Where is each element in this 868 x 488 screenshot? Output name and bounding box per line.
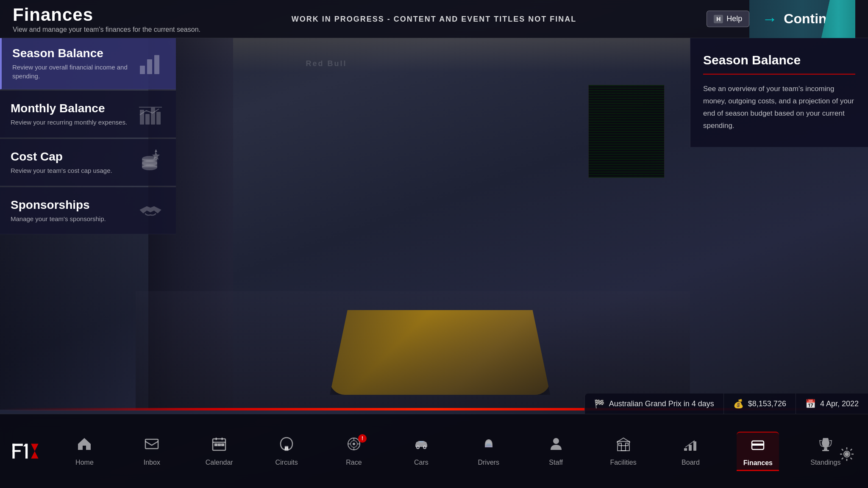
- floor-reflection: [136, 291, 690, 410]
- svg-rect-5: [151, 108, 155, 125]
- svg-rect-6: [156, 112, 161, 125]
- nav-item-home[interactable]: Home: [63, 432, 106, 471]
- svg-rect-2: [154, 55, 159, 74]
- staff-label: Staff: [549, 459, 563, 466]
- facilities-icon: [616, 436, 631, 455]
- home-label: Home: [75, 459, 94, 466]
- sidebar: Season Balance Review your overall finan…: [0, 38, 176, 234]
- svg-rect-52: [626, 443, 628, 446]
- svg-point-44: [417, 446, 419, 448]
- nav-item-staff[interactable]: Staff: [535, 432, 577, 471]
- home-icon: [77, 436, 92, 455]
- circuits-label: Circuits: [275, 459, 298, 466]
- circuits-icon: [279, 436, 294, 455]
- nav-item-race[interactable]: ! Race: [333, 432, 375, 471]
- svg-rect-19: [12, 450, 20, 452]
- svg-rect-50: [621, 446, 626, 451]
- bar-chart-alt-icon: [136, 99, 165, 129]
- sidebar-item-season-balance[interactable]: Season Balance Review your overall finan…: [0, 38, 176, 89]
- cars-label: Cars: [414, 459, 428, 466]
- facilities-label: Facilities: [610, 459, 636, 466]
- season-balance-content: Season Balance Review your overall finan…: [12, 47, 136, 80]
- board-label: Board: [682, 459, 700, 466]
- info-panel-text: See an overview of your team's incoming …: [703, 83, 855, 132]
- settings-button[interactable]: [836, 444, 857, 465]
- inbox-label: Inbox: [144, 459, 160, 466]
- bar-chart-icon: [136, 49, 165, 78]
- date-text: 4 Apr, 2022: [820, 399, 859, 408]
- handshake-icon: [136, 196, 165, 225]
- help-button[interactable]: H Help: [707, 11, 749, 27]
- season-balance-desc: Review your overall financial income and…: [12, 63, 136, 80]
- nav-item-finances[interactable]: Finances: [737, 432, 779, 471]
- cost-cap-title: Cost Cap: [11, 150, 136, 164]
- svg-point-59: [756, 446, 758, 448]
- sponsorships-desc: Manage your team's sponsorship.: [11, 214, 136, 223]
- nav-item-circuits[interactable]: Circuits: [265, 432, 308, 471]
- info-panel: Season Balance See an overview of your t…: [690, 38, 868, 147]
- season-balance-title: Season Balance: [12, 47, 136, 60]
- svg-rect-47: [487, 444, 491, 446]
- sidebar-item-sponsorships[interactable]: Sponsorships Manage your team's sponsors…: [0, 187, 176, 234]
- svg-rect-51: [619, 443, 621, 446]
- svg-point-48: [553, 438, 559, 444]
- continue-arrow-icon: →: [762, 10, 777, 28]
- svg-rect-61: [822, 450, 829, 451]
- finances-label: Finances: [743, 459, 773, 467]
- staff-icon: [548, 436, 564, 455]
- race-label: Race: [346, 459, 362, 466]
- svg-rect-0: [140, 66, 145, 74]
- f1-logo: [8, 442, 42, 460]
- finances-icon: [750, 437, 765, 456]
- sidebar-item-monthly-balance[interactable]: Monthly Balance Review your recurring mo…: [0, 91, 176, 138]
- monthly-balance-desc: Review your recurring monthly expenses.: [11, 118, 136, 127]
- nav-item-drivers[interactable]: Drivers: [467, 432, 510, 471]
- svg-point-45: [424, 446, 426, 448]
- nav-item-inbox[interactable]: Inbox: [131, 432, 173, 471]
- svg-rect-4: [145, 114, 150, 125]
- svg-rect-29: [218, 444, 220, 446]
- sponsorships-title: Sponsorships: [11, 198, 136, 212]
- svg-rect-55: [693, 441, 696, 451]
- monthly-balance-title: Monthly Balance: [11, 102, 136, 115]
- svg-point-58: [754, 446, 755, 448]
- wip-notice: WORK IN PROGRESS - CONTENT AND EVENT TIT…: [292, 0, 576, 38]
- sponsorships-content: Sponsorships Manage your team's sponsors…: [11, 198, 136, 223]
- event-status: 🏁 Australian Grand Prix in 4 days: [584, 394, 723, 414]
- nav-items: Home Inbox: [51, 432, 860, 471]
- svg-marker-15: [155, 150, 157, 152]
- svg-rect-20: [25, 444, 28, 459]
- svg-rect-23: [145, 439, 158, 449]
- svg-rect-46: [485, 446, 492, 447]
- redbull-text: Red Bull: [288, 51, 364, 76]
- continue-button[interactable]: → Continue »»: [749, 0, 855, 38]
- nav-item-board[interactable]: Board: [669, 432, 712, 471]
- svg-rect-54: [689, 445, 692, 451]
- status-bar: 🏁 Australian Grand Prix in 4 days 💰 $8,1…: [584, 394, 868, 414]
- standings-icon: [818, 436, 833, 455]
- bottom-nav: Home Inbox: [0, 414, 868, 488]
- help-key: H: [714, 15, 723, 23]
- drivers-label: Drivers: [478, 459, 499, 466]
- inbox-icon: [144, 436, 159, 455]
- chevron-icons: »»: [833, 14, 843, 25]
- nav-item-facilities[interactable]: Facilities: [602, 432, 645, 471]
- svg-point-62: [845, 452, 849, 456]
- board-icon: [683, 436, 698, 455]
- sidebar-item-cost-cap[interactable]: Cost Cap Review your team's cost cap usa…: [0, 139, 176, 186]
- drivers-icon: [481, 436, 496, 455]
- date-status: 📅 4 Apr, 2022: [796, 394, 868, 414]
- event-text: Australian Grand Prix in 4 days: [609, 399, 714, 408]
- calendar-nav-icon: [211, 436, 227, 455]
- calendar-icon: 📅: [805, 399, 816, 409]
- svg-point-37: [353, 443, 355, 445]
- svg-rect-57: [752, 444, 764, 446]
- display-screen: [588, 85, 665, 178]
- nav-item-calendar[interactable]: Calendar: [198, 432, 240, 471]
- finances-active-indicator: [737, 470, 779, 471]
- top-header: Finances View and manage your team's fin…: [0, 0, 868, 38]
- nav-item-cars[interactable]: Cars: [400, 432, 442, 471]
- continue-chevrons: »»: [821, 0, 855, 38]
- continue-label: Continue: [784, 11, 843, 27]
- svg-rect-60: [824, 448, 827, 450]
